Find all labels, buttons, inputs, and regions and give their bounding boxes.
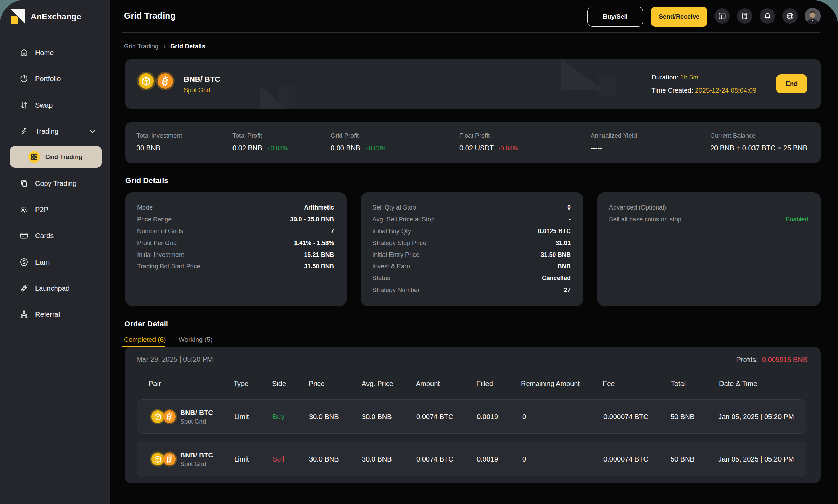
svg-text:B: B	[161, 76, 169, 87]
svg-text:B: B	[166, 412, 173, 422]
svg-text:B: B	[166, 455, 173, 464]
